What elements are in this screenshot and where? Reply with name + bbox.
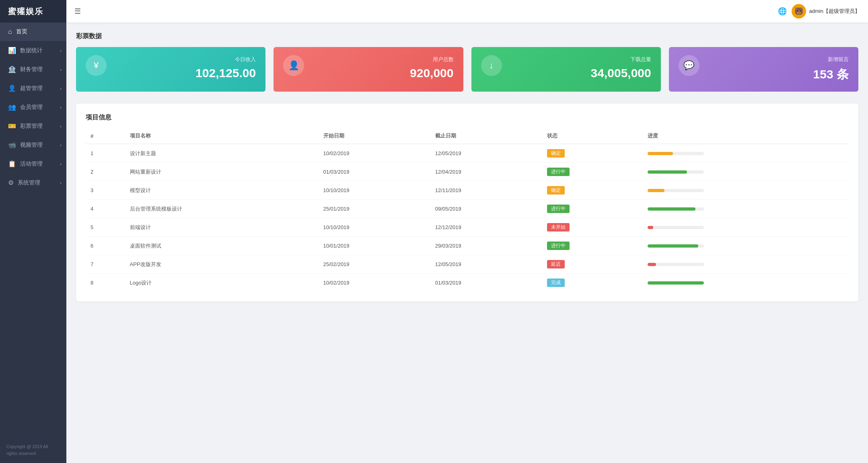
stat-value-3: 153 条 (679, 66, 849, 83)
status-badge-6: 延迟 (547, 260, 565, 268)
status-badge-3: 进行中 (547, 205, 570, 213)
lottery-icon: 🎫 (8, 122, 16, 130)
hamburger-icon[interactable]: ☰ (74, 7, 81, 16)
cell-name-3: 后台管理系统模板设计 (125, 200, 319, 218)
progress-fill-2 (648, 189, 664, 192)
main-area: ☰ 🌐 🐻 admin【超级管理员】 彩票数据 ¥ 今日收入 102,125.0… (66, 0, 868, 463)
table-header-0: # (86, 128, 125, 144)
table-row: 5 前端设计 10/10/2019 12/12/2019 未开始 (86, 218, 849, 237)
sidebar-item-home[interactable]: ⌂ 首页 (0, 23, 66, 41)
cell-start-3: 25/01/2019 (319, 200, 430, 218)
stat-value-2: 34,005,000 (481, 66, 651, 80)
table-row: 7 APP改版开发 25/02/2019 12/05/2019 延迟 (86, 255, 849, 274)
cell-progress-1 (643, 163, 849, 181)
sidebar-item-label: 彩票管理 (20, 123, 43, 130)
sidebar-item-label: 首页 (16, 28, 27, 35)
cell-status-4: 未开始 (542, 218, 643, 237)
chevron-right-icon: › (60, 48, 62, 53)
table-header-3: 截止日期 (430, 128, 542, 144)
cell-status-7: 完成 (542, 274, 643, 292)
cell-name-5: 桌面软件测试 (125, 237, 319, 255)
video-icon: 📹 (8, 141, 16, 149)
cell-end-5: 29/03/2019 (430, 237, 542, 255)
cell-status-5: 进行中 (542, 237, 643, 255)
stat-card-1: 👤 用户总数 920,000 (274, 47, 463, 92)
progress-fill-6 (648, 263, 656, 266)
cell-start-5: 10/01/2019 (319, 237, 430, 255)
progress-fill-3 (648, 207, 695, 211)
member-icon: 👥 (8, 103, 16, 111)
cell-progress-6 (643, 255, 849, 274)
admin-label: admin【超级管理员】 (809, 8, 860, 15)
sidebar-item-label: 活动管理 (20, 160, 43, 168)
cell-start-1: 01/03/2019 (319, 163, 430, 181)
status-badge-7: 完成 (547, 279, 565, 287)
cell-num-4: 5 (86, 218, 125, 237)
cell-status-2: 确定 (542, 181, 643, 200)
sidebar-item-data-stats[interactable]: 📊 数据统计 › (0, 41, 66, 60)
table-body: 1 设计新主题 10/02/2019 12/05/2019 确定 2 网站重新设… (86, 144, 849, 292)
sidebar-item-finance[interactable]: 🏦 财务管理 › (0, 60, 66, 79)
cell-status-6: 延迟 (542, 255, 643, 274)
cell-num-6: 7 (86, 255, 125, 274)
sidebar-item-label: 会员管理 (20, 104, 43, 111)
data-stats-icon: 📊 (8, 47, 16, 54)
sidebar-item-label: 超管管理 (20, 85, 43, 92)
progress-bar-5 (648, 244, 704, 248)
cell-status-3: 进行中 (542, 200, 643, 218)
status-badge-2: 确定 (547, 186, 565, 195)
cell-progress-4 (643, 218, 849, 237)
sidebar-item-video[interactable]: 📹 视频管理 › (0, 135, 66, 154)
stats-grid: ¥ 今日收入 102,125.00 👤 用户总数 920,000 ↓ 下载总量 … (76, 47, 858, 92)
project-table: #项目名称开始日期截止日期状态进度 1 设计新主题 10/02/2019 12/… (86, 128, 849, 292)
table-header-1: 项目名称 (125, 128, 319, 144)
cell-num-0: 1 (86, 144, 125, 163)
sidebar-item-label: 系统管理 (18, 179, 40, 186)
table-row: 4 后台管理系统模板设计 25/01/2019 09/05/2019 进行中 (86, 200, 849, 218)
sidebar-item-label: 数据统计 (20, 47, 43, 54)
sidebar-item-activity[interactable]: 📋 活动管理 › (0, 154, 66, 173)
progress-bar-1 (648, 170, 704, 174)
table-row: 2 网站重新设计 01/03/2019 12/04/2019 进行中 (86, 163, 849, 181)
cell-end-0: 12/05/2019 (430, 144, 542, 163)
progress-fill-7 (648, 281, 704, 285)
cell-end-7: 01/03/2019 (430, 274, 542, 292)
chevron-right-icon: › (60, 67, 62, 72)
sidebar-item-lottery[interactable]: 🎫 彩票管理 › (0, 117, 66, 135)
stat-label-1: 用户总数 (283, 56, 453, 63)
chevron-right-icon: › (60, 124, 62, 129)
cell-start-2: 10/10/2019 (319, 181, 430, 200)
sidebar-item-member[interactable]: 👥 会员管理 › (0, 98, 66, 117)
progress-bar-0 (648, 152, 704, 155)
chevron-right-icon: › (60, 180, 62, 185)
cell-name-6: APP改版开发 (125, 255, 319, 274)
stat-card-3: 💬 新增留言 153 条 (669, 47, 858, 92)
cell-end-3: 09/05/2019 (430, 200, 542, 218)
project-section-title: 项目信息 (86, 113, 849, 122)
cell-name-7: Logo设计 (125, 274, 319, 292)
sidebar-item-system[interactable]: ⚙ 系统管理 › (0, 173, 66, 192)
status-badge-0: 确定 (547, 149, 565, 158)
app-title: 蜜獾娱乐 (8, 6, 43, 17)
progress-bar-6 (648, 263, 704, 266)
chevron-right-icon: › (60, 105, 62, 110)
table-header-row: #项目名称开始日期截止日期状态进度 (86, 128, 849, 144)
header-right: 🌐 🐻 admin【超级管理员】 (778, 4, 860, 18)
cell-num-7: 8 (86, 274, 125, 292)
status-badge-5: 进行中 (547, 242, 570, 250)
avatar-wrap[interactable]: 🐻 admin【超级管理员】 (792, 4, 860, 18)
chevron-right-icon: › (60, 86, 62, 91)
sidebar-logo: 蜜獾娱乐 (0, 0, 66, 23)
globe-icon[interactable]: 🌐 (778, 7, 787, 16)
table-header-2: 开始日期 (319, 128, 430, 144)
stat-card-2: ↓ 下载总量 34,005,000 (471, 47, 661, 92)
super-admin-icon: 👤 (8, 84, 16, 92)
cell-status-1: 进行中 (542, 163, 643, 181)
sidebar-item-super-admin[interactable]: 👤 超管管理 › (0, 79, 66, 98)
cell-name-1: 网站重新设计 (125, 163, 319, 181)
cell-num-1: 2 (86, 163, 125, 181)
sidebar: 蜜獾娱乐 ⌂ 首页 📊 数据统计 › 🏦 财务管理 › 👤 超管管理 › 👥 会… (0, 0, 66, 463)
cell-num-2: 3 (86, 181, 125, 200)
sidebar-item-label: 财务管理 (20, 66, 43, 73)
progress-fill-0 (648, 152, 673, 155)
